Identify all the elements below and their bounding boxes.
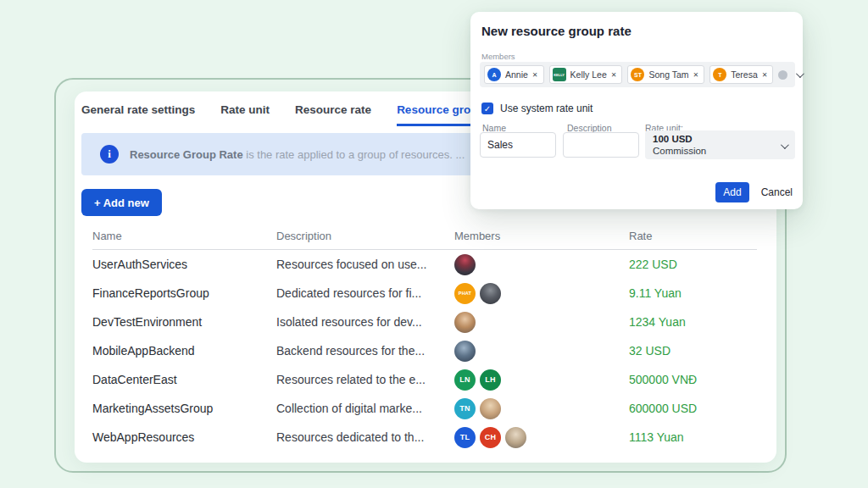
member-avatar: LH bbox=[480, 369, 501, 391]
name-input[interactable] bbox=[480, 132, 556, 158]
info-banner-bold: Resource Group Rate bbox=[130, 148, 243, 161]
member-avatar bbox=[454, 254, 476, 275]
rate-unit-selected: 100 USD Commission bbox=[653, 133, 706, 160]
use-system-rate-unit-checkbox[interactable] bbox=[481, 103, 493, 114]
table-row[interactable]: WebAppResources Resources dedicated to t… bbox=[92, 423, 757, 452]
avatar: ST bbox=[631, 68, 644, 81]
cell-name: DevTestEnvironment bbox=[92, 315, 276, 329]
member-tag[interactable]: T Teresa bbox=[709, 65, 773, 84]
cell-description: Resources related to the e... bbox=[276, 373, 454, 386]
cell-rate: 32 USD bbox=[629, 344, 757, 358]
member-avatar: TN bbox=[454, 398, 476, 419]
cell-members: PHAT bbox=[454, 283, 629, 304]
member-tag-name: Kelly Lee bbox=[570, 69, 607, 80]
member-avatar bbox=[480, 398, 501, 419]
member-tag-name: Teresa bbox=[731, 69, 758, 80]
member-avatar: TL bbox=[454, 427, 476, 448]
cell-name: DataCenterEast bbox=[92, 373, 276, 386]
table-header: Name Description Members Rate bbox=[92, 230, 757, 250]
member-avatar bbox=[454, 341, 476, 362]
member-tag-name: Annie bbox=[505, 69, 528, 80]
member-avatar: CH bbox=[480, 427, 501, 448]
chevron-down-icon[interactable] bbox=[796, 69, 804, 78]
members-field-controls bbox=[778, 70, 802, 80]
table-row[interactable]: UserAuthServices Resources focused on us… bbox=[92, 250, 757, 279]
member-tag[interactable]: A Annie bbox=[484, 65, 544, 84]
cell-description: Backend resources for the... bbox=[276, 344, 454, 358]
table-row[interactable]: MarketingAssetsGroup Collection of digit… bbox=[92, 394, 757, 423]
cell-description: Isolated resources for dev... bbox=[276, 315, 454, 329]
tab-general-rate-settings[interactable]: General rate settings bbox=[81, 103, 195, 126]
member-avatar: LN bbox=[454, 369, 476, 391]
info-banner-rest: is the rate applied to a group of resour… bbox=[243, 148, 465, 161]
add-button[interactable]: Add bbox=[715, 182, 748, 202]
description-input[interactable] bbox=[563, 132, 639, 158]
dialog-actions: Add Cancel bbox=[715, 182, 793, 202]
member-avatar: PHAT bbox=[454, 283, 476, 304]
cell-members: TN bbox=[454, 398, 629, 419]
tab-bar: General rate settings Rate unit Resource… bbox=[81, 103, 509, 126]
member-avatar bbox=[454, 312, 476, 333]
cell-members: TL CH bbox=[454, 427, 629, 448]
member-tag-name: Song Tam bbox=[648, 69, 688, 80]
cancel-button[interactable]: Cancel bbox=[761, 186, 793, 198]
tab-resource-rate[interactable]: Resource rate bbox=[295, 103, 371, 126]
cell-description: Collection of digital marke... bbox=[276, 402, 454, 415]
dialog-title: New resource group rate bbox=[481, 24, 632, 38]
tab-rate-unit[interactable]: Rate unit bbox=[220, 103, 270, 126]
member-tag[interactable]: KELLY Kelly Lee bbox=[549, 65, 623, 84]
cell-members: LN LH bbox=[454, 369, 629, 391]
table-row[interactable]: DevTestEnvironment Isolated resources fo… bbox=[92, 308, 757, 336]
avatar: A bbox=[487, 68, 501, 81]
rate-unit-value: 100 USD bbox=[653, 133, 706, 145]
cell-name: FinanceReportsGroup bbox=[92, 286, 276, 300]
info-banner-text: Resource Group Rate is the rate applied … bbox=[130, 148, 465, 161]
cell-members bbox=[454, 312, 629, 333]
cell-description: Resources focused on use... bbox=[276, 258, 454, 271]
member-tag[interactable]: ST Song Tam bbox=[627, 65, 704, 84]
cell-members bbox=[454, 254, 629, 275]
cell-rate: 600000 USD bbox=[629, 402, 757, 415]
cell-name: MarketingAssetsGroup bbox=[92, 402, 276, 415]
checkbox-label: Use system rate unit bbox=[500, 103, 593, 114]
member-avatar bbox=[480, 283, 501, 304]
table-row[interactable]: MobileAppBackend Backend resources for t… bbox=[92, 336, 757, 365]
cell-rate: 1234 Yuan bbox=[629, 315, 757, 329]
add-new-button[interactable]: + Add new bbox=[81, 189, 162, 216]
cell-rate: 500000 VNĐ bbox=[629, 373, 757, 386]
chevron-down-icon[interactable] bbox=[781, 141, 789, 149]
avatar: KELLY bbox=[553, 68, 566, 81]
table-row[interactable]: FinanceReportsGroup Dedicated resources … bbox=[92, 279, 757, 308]
use-system-rate-unit-row: Use system rate unit bbox=[481, 103, 593, 114]
avatar: T bbox=[713, 68, 726, 81]
cell-members bbox=[454, 341, 629, 362]
members-field-label: Members bbox=[481, 52, 515, 61]
remove-member-icon[interactable] bbox=[532, 71, 538, 79]
resource-group-table: Name Description Members Rate UserAuthSe… bbox=[92, 230, 757, 452]
cell-name: MobileAppBackend bbox=[92, 344, 276, 358]
column-header-rate: Rate bbox=[629, 230, 757, 242]
column-header-name: Name bbox=[92, 230, 276, 242]
members-multiselect[interactable]: A Annie KELLY Kelly Lee ST Song Tam T Te… bbox=[480, 62, 795, 87]
cell-description: Dedicated resources for fi... bbox=[276, 286, 454, 300]
rate-unit-sub-value: Commission bbox=[653, 145, 706, 157]
member-avatar bbox=[505, 427, 526, 448]
column-header-description: Description bbox=[276, 230, 454, 242]
remove-member-icon[interactable] bbox=[611, 71, 617, 79]
cell-rate: 222 USD bbox=[629, 258, 757, 271]
cell-rate: 9.11 Yuan bbox=[629, 286, 757, 300]
cell-name: UserAuthServices bbox=[92, 258, 276, 271]
cell-rate: 1113 Yuan bbox=[629, 430, 757, 444]
remove-member-icon[interactable] bbox=[693, 71, 699, 79]
rate-unit-select[interactable]: 100 USD Commission bbox=[645, 130, 795, 159]
table-row[interactable]: DataCenterEast Resources related to the … bbox=[92, 365, 757, 394]
new-resource-group-rate-dialog: New resource group rate Members A Annie … bbox=[470, 12, 803, 209]
info-icon bbox=[100, 145, 119, 164]
clear-all-icon[interactable] bbox=[778, 70, 787, 80]
cell-description: Resources dedicated to th... bbox=[276, 430, 454, 444]
column-header-members: Members bbox=[454, 230, 629, 242]
remove-member-icon[interactable] bbox=[762, 71, 768, 79]
cell-name: WebAppResources bbox=[92, 430, 276, 444]
